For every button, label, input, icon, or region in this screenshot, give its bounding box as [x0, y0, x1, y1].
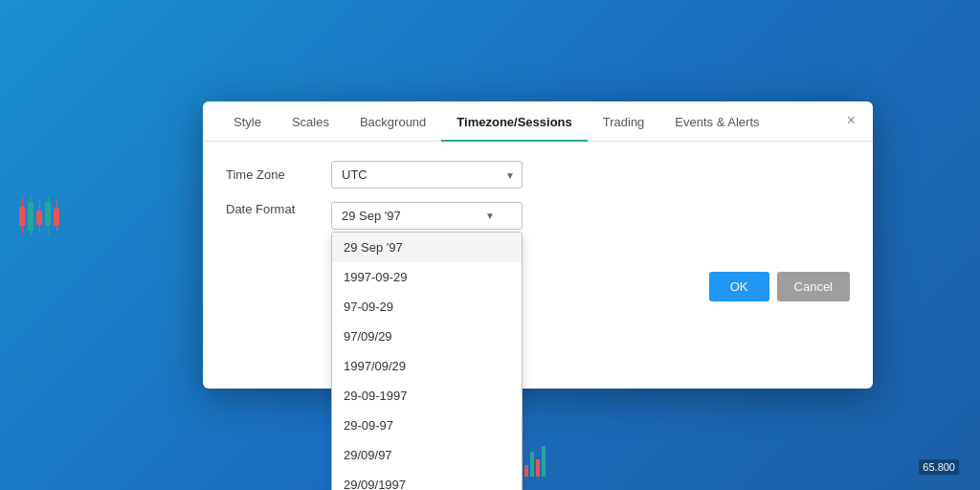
tab-background[interactable]: Background	[345, 101, 441, 141]
date-format-dropdown-container: 29 Sep '97 ▼ 29 Sep '97 1997-09-29 97-09…	[331, 202, 523, 230]
tab-timezone-sessions[interactable]: Timezone/Sessions	[441, 101, 587, 141]
mini-bar	[536, 459, 540, 477]
time-zone-select-wrapper: UTC ▼	[331, 161, 523, 189]
cancel-button[interactable]: Cancel	[777, 272, 850, 301]
tab-trading[interactable]: Trading	[588, 101, 660, 141]
date-format-select[interactable]: 29 Sep '97 ▼	[331, 202, 523, 230]
candle	[19, 197, 25, 234]
dropdown-item-2[interactable]: 97-09-29	[332, 292, 522, 322]
candle	[36, 199, 42, 232]
candle	[54, 200, 59, 231]
tab-style[interactable]: Style	[218, 101, 277, 141]
time-zone-row: Time Zone UTC ▼	[226, 161, 850, 189]
mini-bar	[542, 446, 546, 477]
ok-button[interactable]: OK	[709, 272, 769, 301]
date-format-label: Date Format	[226, 202, 331, 216]
dropdown-item-1[interactable]: 1997-09-29	[332, 262, 522, 292]
date-format-select-wrapper: 29 Sep '97 ▼	[331, 202, 523, 230]
left-chart	[19, 48, 144, 383]
date-format-dropdown: 29 Sep '97 1997-09-29 97-09-29 97/09/29 …	[331, 232, 523, 490]
dialog-footer: OK Cancel	[203, 262, 873, 317]
dropdown-item-8[interactable]: 29/09/1997	[332, 470, 522, 490]
dialog-body: Time Zone UTC ▼ Date Format 29 Sep '97 ▼	[203, 142, 873, 262]
close-button[interactable]: ×	[841, 111, 861, 130]
date-format-arrow: ▼	[485, 211, 495, 221]
time-zone-label: Time Zone	[226, 167, 331, 182]
mini-bar	[530, 452, 534, 477]
dropdown-item-0[interactable]: 29 Sep '97	[332, 233, 522, 262]
dropdown-item-7[interactable]: 29/09/97	[332, 440, 522, 470]
price-label: 65.800	[919, 459, 959, 475]
dropdown-item-3[interactable]: 97/09/29	[332, 322, 522, 351]
dropdown-item-4[interactable]: 1997/09/29	[332, 351, 522, 381]
settings-dialog: Style Scales Background Timezone/Session…	[203, 101, 873, 389]
tabs-bar: Style Scales Background Timezone/Session…	[203, 101, 873, 142]
candle	[45, 196, 51, 234]
candle	[28, 194, 33, 236]
mini-bar	[524, 465, 528, 477]
date-format-value: 29 Sep '97	[342, 209, 401, 223]
bottom-chart	[479, 442, 884, 477]
time-zone-select[interactable]: UTC	[331, 161, 523, 189]
dropdown-item-6[interactable]: 29-09-97	[332, 411, 522, 440]
tab-events-alerts[interactable]: Events & Alerts	[659, 101, 774, 141]
dropdown-item-5[interactable]: 29-09-1997	[332, 381, 522, 411]
date-format-row: Date Format 29 Sep '97 ▼ 29 Sep '97 1997…	[226, 202, 850, 230]
tab-scales[interactable]: Scales	[277, 101, 345, 141]
